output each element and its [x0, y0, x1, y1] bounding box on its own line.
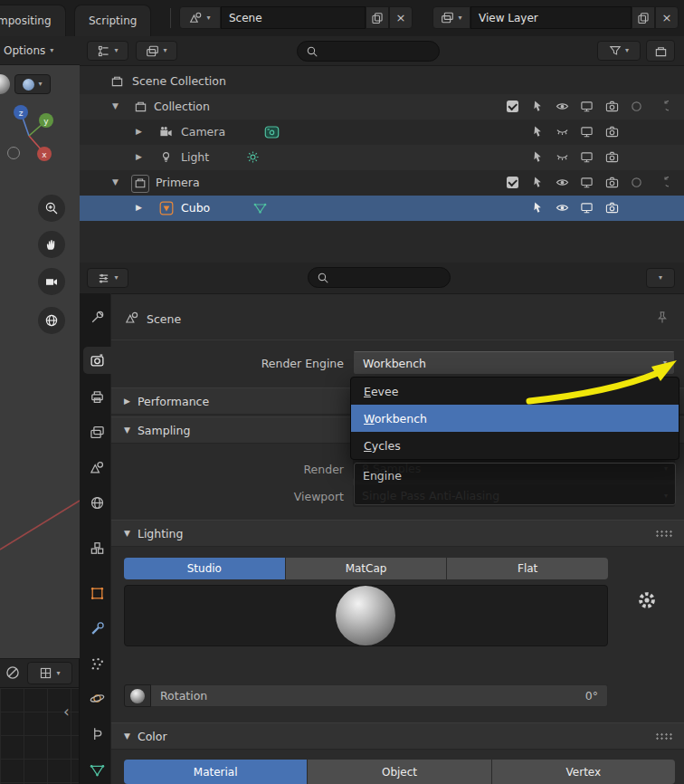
viewport-options-label[interactable]: Options	[4, 44, 45, 57]
properties-options-button[interactable]: ▾	[646, 268, 675, 288]
tab-tool[interactable]	[88, 308, 106, 326]
sidebar-collapse-arrow[interactable]: ‹	[63, 704, 70, 720]
tab-modifiers[interactable]	[88, 619, 106, 637]
rotation-slider[interactable]: Rotation 0°	[151, 684, 608, 707]
zoom-button[interactable]	[38, 195, 65, 222]
gear-icon[interactable]	[636, 589, 658, 611]
tab-physics[interactable]	[88, 689, 106, 707]
outliner-row-collection[interactable]: ▼ Collection	[80, 94, 684, 120]
tab-output[interactable]	[88, 387, 106, 406]
navigation-gizmo[interactable]: z y x	[2, 101, 56, 167]
monitor-icon[interactable]	[580, 100, 594, 113]
indirect-only-icon[interactable]	[655, 176, 669, 189]
scene-unlink-button[interactable]: ×	[389, 6, 413, 29]
properties-editor-type-button[interactable]: ▾	[87, 268, 128, 288]
tab-view-layer[interactable]	[88, 423, 106, 441]
render-camera-icon[interactable]	[605, 176, 619, 189]
wrench-icon	[90, 621, 105, 636]
tab-scene[interactable]	[88, 458, 106, 476]
eye-icon[interactable]	[556, 100, 569, 113]
outliner-search-input[interactable]	[297, 41, 440, 62]
selectable-icon[interactable]	[531, 100, 545, 113]
outliner-editor-type-button[interactable]: ▾	[87, 41, 128, 61]
eye-icon[interactable]	[556, 201, 569, 215]
monitor-icon[interactable]	[580, 176, 594, 189]
color-tab-material[interactable]: Material	[124, 760, 307, 784]
proportional-edit-button[interactable]	[5, 664, 21, 681]
outliner-filter-button[interactable]: ▾	[597, 41, 641, 61]
lighting-section-header[interactable]: ▼ Lighting	[111, 520, 684, 547]
view-layer-browse-button[interactable]: ▾	[432, 6, 470, 29]
studiolight-icon-button[interactable]	[124, 684, 151, 707]
pin-icon[interactable]	[655, 311, 670, 325]
selectable-icon[interactable]	[531, 150, 545, 164]
pan-button[interactable]	[38, 231, 65, 258]
lighting-tab-matcap[interactable]: MatCap	[286, 558, 447, 579]
properties-search-input[interactable]	[308, 267, 451, 288]
eye-closed-icon[interactable]	[556, 150, 569, 164]
disclosure-triangle[interactable]: ▼	[112, 102, 119, 110]
scene-name-field[interactable]: Scene	[221, 6, 366, 29]
holdout-icon[interactable]	[630, 100, 643, 113]
eye-closed-icon[interactable]	[556, 125, 569, 139]
indirect-only-icon[interactable]	[655, 100, 669, 113]
color-tab-vertex[interactable]: Vertex	[492, 760, 675, 784]
selectable-icon[interactable]	[531, 125, 545, 139]
tab-scripting[interactable]: Scripting	[74, 5, 151, 36]
camera-object-icon	[159, 125, 173, 139]
view-layer-new-button[interactable]	[632, 6, 655, 29]
eye-icon[interactable]	[556, 176, 569, 189]
render-camera-icon[interactable]	[605, 150, 619, 164]
shading-dropdown-button[interactable]: ▾	[14, 74, 51, 94]
tab-collection[interactable]	[88, 539, 106, 557]
disclosure-triangle[interactable]: ▶	[136, 204, 142, 212]
tab-world[interactable]	[88, 493, 106, 512]
color-drag-grip[interactable]	[655, 732, 673, 741]
tab-label: MatCap	[346, 562, 387, 575]
new-collection-button[interactable]	[646, 40, 675, 62]
render-camera-icon[interactable]	[605, 100, 619, 113]
tab-particles[interactable]	[88, 655, 106, 673]
tab-object-data[interactable]	[88, 760, 106, 779]
render-camera-icon[interactable]	[605, 125, 619, 139]
studiolight-sphere	[336, 586, 395, 645]
collection-checkbox[interactable]	[507, 177, 518, 188]
view-layer-name-field[interactable]: View Layer	[470, 6, 632, 29]
tab-compositing[interactable]: mpositing	[0, 5, 66, 36]
monitor-icon[interactable]	[580, 125, 594, 139]
disclosure-triangle[interactable]: ▶	[136, 153, 142, 161]
tab-render[interactable]	[88, 351, 106, 369]
outliner-row-camera[interactable]: ▶ Camera	[80, 120, 684, 145]
collection-checkbox[interactable]	[507, 100, 518, 112]
chevron-down-icon: ▾	[114, 274, 118, 282]
world-icon	[90, 495, 105, 511]
outliner-row-scene-collection[interactable]: Scene Collection	[80, 69, 684, 94]
lighting-drag-grip[interactable]	[655, 530, 673, 538]
disclosure-triangle[interactable]: ▼	[112, 178, 119, 186]
disclosure-triangle[interactable]: ▶	[136, 128, 142, 136]
outliner-icon	[97, 44, 110, 58]
selectable-icon[interactable]	[531, 176, 545, 189]
scene-new-copy-button[interactable]	[366, 6, 389, 29]
monitor-icon[interactable]	[580, 150, 594, 164]
selectable-icon[interactable]	[531, 201, 545, 215]
monitor-icon[interactable]	[580, 201, 594, 215]
color-section-header[interactable]: ▼ Color	[111, 722, 684, 750]
holdout-icon[interactable]	[630, 176, 643, 189]
outliner-row-primera[interactable]: ▼ Primera	[80, 170, 684, 196]
snap-dropdown-button[interactable]: ▾	[27, 662, 72, 684]
tab-constraints[interactable]	[88, 724, 106, 742]
outliner-display-mode-button[interactable]: ▾	[136, 41, 177, 61]
render-camera-icon[interactable]	[605, 201, 619, 215]
outliner-row-cubo[interactable]: ▶ Cubo	[80, 196, 684, 221]
color-tab-object[interactable]: Object	[308, 760, 490, 784]
perspective-toggle-button[interactable]	[38, 307, 65, 334]
outliner-row-light[interactable]: ▶ Light	[80, 145, 684, 170]
lighting-tab-flat[interactable]: Flat	[447, 558, 608, 579]
tab-object[interactable]	[88, 584, 106, 602]
camera-view-button[interactable]	[38, 268, 65, 295]
scene-browse-button[interactable]: ▾	[179, 6, 221, 29]
lighting-tab-studio[interactable]: Studio	[124, 558, 285, 579]
view-layer-remove-button[interactable]: ×	[655, 6, 679, 29]
menu-item-cycles[interactable]: Cycles	[351, 432, 679, 459]
